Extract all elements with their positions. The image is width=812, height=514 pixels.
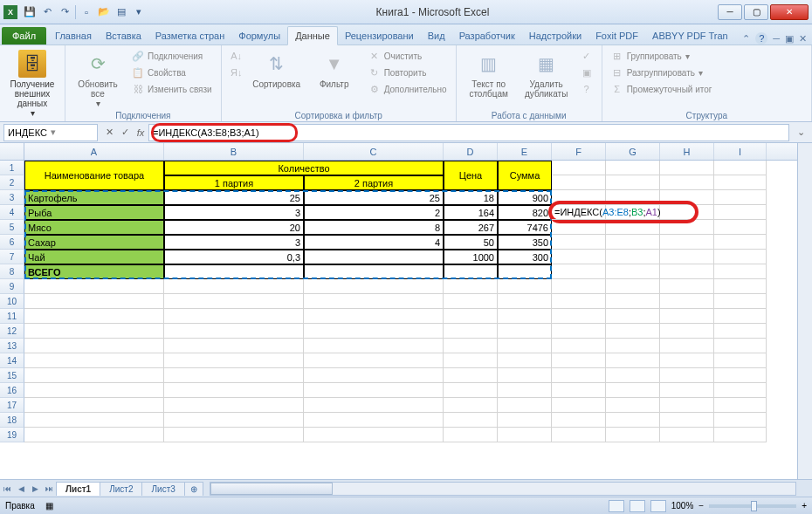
cell[interactable] [660,368,714,383]
view-page-layout-button[interactable] [630,500,645,512]
cell[interactable]: 164 [444,205,498,220]
macro-record-icon[interactable]: ▦ [45,501,53,511]
cell[interactable] [714,339,767,353]
cell[interactable] [660,220,714,235]
cell[interactable] [444,324,498,339]
cell[interactable] [552,175,606,190]
row-header[interactable]: 2 [0,175,24,190]
sheet-tab[interactable]: Лист1 [56,482,100,496]
cell[interactable] [444,294,498,309]
cell[interactable]: 820 [498,205,552,220]
row-header[interactable]: 11 [0,309,24,324]
zoom-in-button[interactable]: + [802,501,807,511]
cell[interactable] [552,190,606,205]
cell[interactable] [304,294,444,309]
cell[interactable] [714,250,767,264]
cell[interactable] [606,353,660,368]
col-header-h[interactable]: H [660,143,714,160]
cell[interactable] [714,175,767,190]
doc-close-icon[interactable]: ✕ [799,33,807,45]
cell[interactable] [606,161,660,175]
cell[interactable]: 267 [444,220,498,235]
cell[interactable] [552,235,606,250]
cell[interactable] [606,383,660,398]
name-box[interactable]: ИНДЕКС ▾ [3,124,98,141]
cell[interactable] [660,250,714,264]
row-header[interactable]: 6 [0,235,24,250]
cell[interactable] [552,398,606,413]
remove-duplicates-button[interactable]: ▦ Удалить дубликаты [520,48,574,100]
cell[interactable] [660,428,714,442]
tab-addins[interactable]: Надстройки [522,27,588,45]
tab-developer[interactable]: Разработчик [452,27,522,45]
row-header[interactable]: 5 [0,220,24,235]
get-external-data-button[interactable]: 🗄 Получение внешних данных ▾ [5,48,59,120]
cell[interactable]: Наименование товара [24,161,164,190]
cell[interactable]: 3 [164,235,304,250]
cell[interactable] [660,324,714,339]
cell[interactable] [606,309,660,324]
cell[interactable] [660,175,714,190]
cell[interactable] [660,398,714,413]
cell[interactable] [552,428,606,442]
col-header-c[interactable]: C [304,143,444,160]
cell[interactable] [498,368,552,383]
row-header[interactable]: 4 [0,205,24,220]
sort-desc-button[interactable]: Я↓ [227,65,246,80]
formula-input[interactable]: =ИНДЕКС(A3:E8;B3;A1) [148,124,789,141]
cell[interactable] [304,398,444,413]
cell[interactable] [164,339,304,353]
cell[interactable] [552,264,606,279]
cell[interactable]: Картофель [24,190,164,205]
cell[interactable] [714,398,767,413]
row-header[interactable]: 10 [0,294,24,309]
tab-data[interactable]: Данные [287,26,338,45]
what-if-button[interactable]: ? [577,81,596,97]
cell[interactable] [606,339,660,353]
cell[interactable] [552,383,606,398]
cell[interactable] [444,398,498,413]
cell[interactable] [714,368,767,383]
row-header[interactable]: 19 [0,428,24,442]
cell[interactable] [164,264,304,279]
cell[interactable] [304,383,444,398]
tab-formulas[interactable]: Формулы [231,27,287,45]
advanced-filter-button[interactable]: ⚙Дополнительно [365,81,451,97]
cell[interactable] [498,353,552,368]
cell[interactable] [24,353,164,368]
doc-minimize-icon[interactable]: ─ [773,33,780,44]
doc-restore-icon[interactable]: ▣ [785,33,794,45]
filter-button[interactable]: ▼ Фильтр [307,48,361,91]
cell[interactable] [444,309,498,324]
sort-button[interactable]: ⇅ Сортировка [250,48,304,91]
sheet-nav-next-icon[interactable]: ▶ [28,482,42,496]
cell[interactable] [24,383,164,398]
new-sheet-button[interactable]: ⊕ [184,482,203,496]
ribbon-minimize-icon[interactable]: ⌃ [742,33,750,45]
col-header-g[interactable]: G [606,143,660,160]
cell[interactable] [24,413,164,428]
row-header[interactable]: 1 [0,161,24,175]
enter-formula-button[interactable]: ✓ [117,125,133,140]
cell[interactable] [606,264,660,279]
sheet-tab[interactable]: Лист3 [141,482,184,496]
cell[interactable] [552,339,606,353]
row-header[interactable]: 3 [0,190,24,205]
cell[interactable] [304,368,444,383]
cell[interactable]: 3 [164,205,304,220]
cell[interactable]: 0,3 [164,250,304,264]
cell[interactable] [444,279,498,294]
cell[interactable] [660,339,714,353]
row-header[interactable]: 7 [0,250,24,264]
cancel-formula-button[interactable]: ✕ [101,125,117,140]
cell[interactable]: Чай [24,250,164,264]
cell[interactable] [304,353,444,368]
horizontal-scrollbar[interactable] [210,482,796,496]
cell[interactable] [444,264,498,279]
cell[interactable] [660,294,714,309]
cell[interactable] [498,279,552,294]
cell[interactable] [304,279,444,294]
cell[interactable] [444,428,498,442]
col-header-f[interactable]: F [552,143,606,160]
file-tab[interactable]: Файл [2,27,46,45]
